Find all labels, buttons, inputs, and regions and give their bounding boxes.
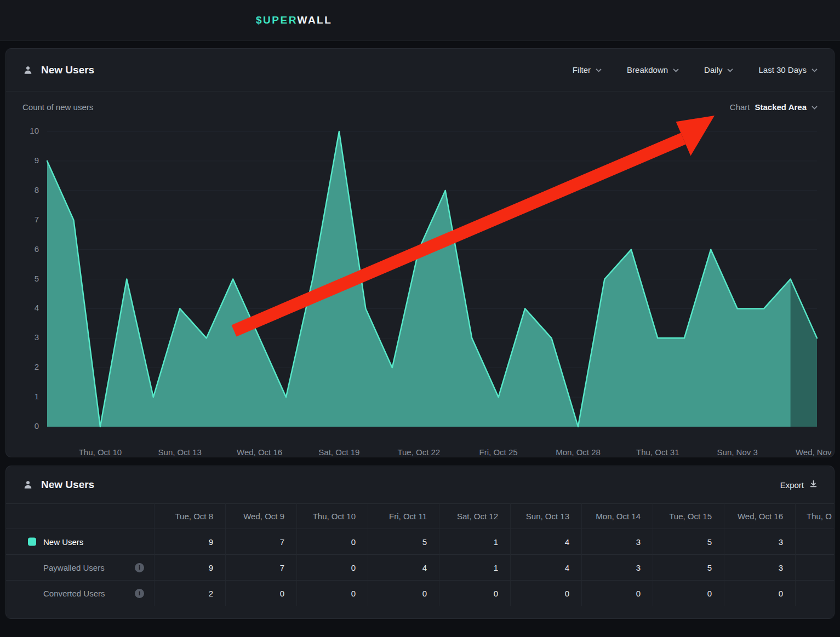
x-tick-label: Fri, Oct 25: [463, 447, 534, 457]
table-panel-title-group: New Users: [22, 479, 94, 491]
series-swatch-icon: [28, 538, 36, 546]
table-cell: 2: [154, 580, 225, 606]
table-cell: 4: [510, 529, 581, 554]
y-tick-label: 8: [8, 185, 39, 194]
chart-subtitle: Count of new users: [22, 102, 93, 112]
table-corner-cell: [6, 503, 154, 529]
column-header: Sat, Oct 12: [439, 503, 510, 529]
table-cell: 3: [581, 529, 653, 554]
export-button-label: Export: [780, 480, 804, 490]
x-axis: Thu, Oct 10Sun, Oct 13Wed, Oct 16Sat, Oc…: [47, 447, 817, 457]
column-header: Wed, Oct 16: [724, 503, 795, 529]
chart-controls: Filter Breakdown Daily Last 30 Days: [573, 65, 818, 74]
person-icon: [22, 65, 33, 76]
x-tick-label: Tue, Oct 22: [383, 447, 454, 457]
table-cell: 9: [154, 529, 225, 554]
row-label: Converted Usersi: [6, 580, 154, 606]
column-header: Tue, Oct 8: [154, 503, 225, 529]
filter-dropdown[interactable]: Filter: [573, 65, 602, 74]
chart-panel-header: New Users Filter Breakdown Daily Last 30…: [6, 49, 834, 91]
table-cell: [795, 529, 835, 554]
y-tick-label: 3: [8, 332, 39, 342]
superwall-logo: $UPERWALL: [256, 14, 332, 26]
row-label: Paywalled Usersi: [6, 554, 154, 580]
row-label-text: Converted Users: [43, 589, 105, 598]
y-tick-label: 6: [8, 244, 39, 254]
chevron-down-icon: [812, 106, 818, 110]
y-tick-label: 9: [8, 156, 39, 165]
table-cell: 5: [368, 529, 439, 554]
person-icon: [22, 479, 33, 490]
column-header: Fri, Oct 11: [368, 503, 439, 529]
table-cell: 3: [581, 554, 653, 580]
chevron-down-icon: [727, 68, 733, 72]
table-cell: 4: [510, 554, 581, 580]
table-cell: [795, 554, 835, 580]
y-tick-label: 1: [8, 392, 39, 401]
metrics-table: Tue, Oct 8Wed, Oct 9Thu, Oct 10Fri, Oct …: [6, 503, 834, 606]
info-icon[interactable]: i: [135, 589, 144, 598]
y-tick-label: 4: [8, 303, 39, 312]
x-tick-label: Sat, Oct 19: [304, 447, 375, 457]
table-cell: 1: [439, 554, 510, 580]
logo-teal-part: $UPER: [256, 14, 298, 26]
info-icon[interactable]: i: [135, 563, 144, 572]
breakdown-dropdown-label: Breakdown: [627, 65, 668, 74]
row-label-text: New Users: [43, 537, 83, 547]
row-label: New Users: [6, 529, 154, 554]
x-tick-label: Thu, Oct 10: [65, 447, 136, 457]
export-button[interactable]: Export: [780, 480, 818, 490]
table-cell: 5: [653, 529, 724, 554]
granularity-dropdown-label: Daily: [704, 65, 722, 74]
top-bar: $UPERWALL: [0, 0, 840, 41]
column-header: Wed, Oct 9: [225, 503, 296, 529]
table-panel-title: New Users: [41, 479, 94, 491]
stacked-area-chart[interactable]: [47, 131, 817, 427]
table-cell: 3: [724, 529, 795, 554]
chart-panel-title-group: New Users: [22, 64, 94, 76]
new-users-chart-panel: New Users Filter Breakdown Daily Last 30…: [5, 48, 835, 457]
chevron-down-icon: [812, 68, 818, 72]
table-cell: 7: [225, 529, 296, 554]
breakdown-dropdown[interactable]: Breakdown: [627, 65, 679, 74]
y-tick-label: 5: [8, 274, 39, 283]
y-tick-label: 0: [8, 421, 39, 431]
download-icon: [809, 480, 818, 490]
chevron-down-icon: [596, 68, 602, 72]
table-cell: 0: [581, 580, 653, 606]
chart-panel-title: New Users: [41, 64, 94, 76]
table-cell: 0: [296, 529, 368, 554]
filter-dropdown-label: Filter: [573, 65, 591, 74]
chart-type-selector[interactable]: Chart Stacked Area: [730, 102, 818, 112]
column-header: Sun, Oct 13: [510, 503, 581, 529]
date-range-dropdown[interactable]: Last 30 Days: [758, 65, 818, 74]
x-tick-label: Sun, Oct 13: [144, 447, 215, 457]
table-cell: 0: [296, 554, 368, 580]
chart-type-value: Stacked Area: [755, 102, 807, 112]
table-cell: 0: [225, 580, 296, 606]
table-cell: 7: [225, 554, 296, 580]
table-cell: 0: [296, 580, 368, 606]
x-tick-label: Wed, Nov 6: [781, 447, 835, 457]
logo-white-part: WALL: [298, 14, 333, 26]
chart-section: Count of new users Chart Stacked Area 01…: [6, 91, 834, 457]
row-label-text: Paywalled Users: [43, 563, 105, 572]
x-tick-label: Wed, Oct 16: [224, 447, 295, 457]
x-tick-label: Mon, Oct 28: [542, 447, 614, 457]
table-cell: 0: [510, 580, 581, 606]
table-cell: 9: [154, 554, 225, 580]
granularity-dropdown[interactable]: Daily: [704, 65, 733, 74]
y-tick-label: 2: [8, 362, 39, 371]
y-tick-label: 10: [8, 126, 39, 135]
table-cell: [795, 580, 835, 606]
new-users-table-panel: New Users Export Tue, Oct 8Wed, Oct 9Thu…: [5, 466, 835, 619]
table-cell: 0: [653, 580, 724, 606]
column-header: Mon, Oct 14: [581, 503, 653, 529]
table-cell: 4: [368, 554, 439, 580]
table-cell: 5: [653, 554, 724, 580]
column-header: Thu, Oct 10: [296, 503, 368, 529]
x-tick-label: Thu, Oct 31: [622, 447, 693, 457]
table-cell: 0: [439, 580, 510, 606]
chevron-down-icon: [673, 68, 679, 72]
table-cell: 0: [368, 580, 439, 606]
